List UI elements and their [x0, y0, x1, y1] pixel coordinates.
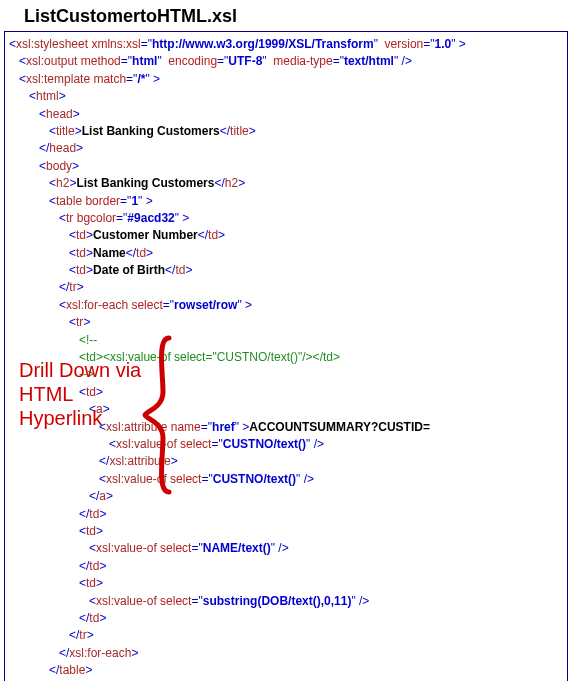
code-line: </td>	[9, 610, 563, 627]
code-line: <table border="1" >	[9, 193, 563, 210]
code-line: <td>	[9, 575, 563, 592]
code-line: <tr>	[9, 314, 563, 331]
code-line: <xsl:output method="html" encoding="UTF-…	[9, 53, 563, 70]
code-line: </table>	[9, 662, 563, 679]
code-line: <td>Name</td>	[9, 245, 563, 262]
code-line: <xsl:stylesheet xmlns:xsl="http://www.w3…	[9, 36, 563, 53]
code-line: <xsl:value-of select="CUSTNO/text()" />	[9, 436, 563, 453]
code-line: <tr bgcolor="#9acd32" >	[9, 210, 563, 227]
code-line: <html>	[9, 88, 563, 105]
code-line: <td>Date of Birth</td>	[9, 262, 563, 279]
code-line: </tr>	[9, 279, 563, 296]
code-line: </td>	[9, 558, 563, 575]
code-line: </tr>	[9, 627, 563, 644]
code-line: <xsl:for-each select="rowset/row" >	[9, 297, 563, 314]
code-line: <body>	[9, 158, 563, 175]
curly-brace-icon	[139, 334, 175, 496]
code-line: <!--	[9, 332, 563, 349]
code-viewer: <xsl:stylesheet xmlns:xsl="http://www.w3…	[4, 31, 568, 681]
code-line: <xsl:template match="/*" >	[9, 71, 563, 88]
file-title: ListCustomertoHTML.xsl	[24, 6, 568, 27]
code-line: <td>	[9, 523, 563, 540]
code-line: </a>	[9, 488, 563, 505]
annotation-label: Drill Down via HTML Hyperlink	[19, 358, 159, 430]
code-line: <xsl:value-of select="NAME/text()" />	[9, 540, 563, 557]
code-line: </head>	[9, 140, 563, 157]
code-line: <td>Customer Number</td>	[9, 227, 563, 244]
code-line: <head>	[9, 106, 563, 123]
code-line: <h2>List Banking Customers</h2>	[9, 175, 563, 192]
code-line: <xsl:value-of select="CUSTNO/text()" />	[9, 471, 563, 488]
code-line: </td>	[9, 506, 563, 523]
code-line: </xsl:attribute>	[9, 453, 563, 470]
code-line: </xsl:for-each>	[9, 645, 563, 662]
code-line: <title>List Banking Customers</title>	[9, 123, 563, 140]
code-line: <xsl:value-of select="substring(DOB/text…	[9, 593, 563, 610]
